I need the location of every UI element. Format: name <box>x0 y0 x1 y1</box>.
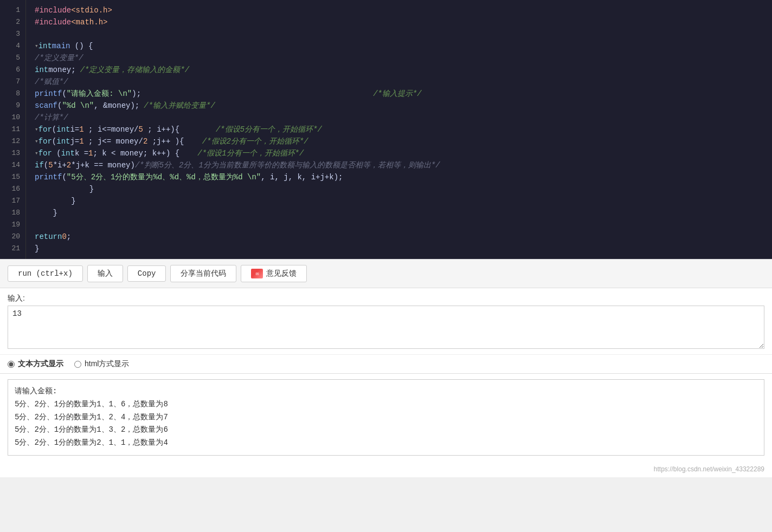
copy-button[interactable]: Copy <box>127 265 166 282</box>
radio-html-input[interactable] <box>74 361 81 368</box>
footer-url: https://blog.csdn.net/weixin_43322289 <box>654 465 764 473</box>
output-line: 5分、2分、1分的数量为1、2、4，总数量为7 <box>15 411 757 424</box>
code-line: /*计算*/ <box>35 112 763 124</box>
radio-text-option[interactable]: 文本方式显示 <box>8 359 63 369</box>
feedback-label: 意见反馈 <box>266 269 297 278</box>
input-button[interactable]: 输入 <box>87 265 123 282</box>
output-line: 5分、2分、1分的数量为1、3、2，总数量为6 <box>15 424 757 437</box>
code-line: int money; /*定义变量，存储输入的金额*/ <box>35 64 763 76</box>
radio-text-input[interactable] <box>8 361 15 368</box>
footer: https://blog.csdn.net/weixin_43322289 <box>0 461 772 477</box>
line-numbers: 123456789101112131415161718192021 <box>0 0 26 259</box>
code-line: ▾ for (int k = 1; k < money; k++) { /*假设… <box>35 147 763 159</box>
input-label: 输入: <box>8 294 764 303</box>
output-line: 5分、2分、1分的数量为1、1、6，总数量为8 <box>15 398 757 411</box>
output-box: 请输入金额:5分、2分、1分的数量为1、1、6，总数量为85分、2分、1分的数量… <box>8 379 764 456</box>
input-textarea[interactable] <box>8 306 764 349</box>
code-line: } <box>35 207 763 219</box>
input-section: 输入: <box>0 288 772 354</box>
mail-icon: ✉ <box>251 269 263 278</box>
code-line: if(5*i+2*j+k == money)/*判断5分、2分、1分为当前数量所… <box>35 159 763 171</box>
toolbar: run (ctrl+x) 输入 Copy 分享当前代码 ✉ 意见反馈 <box>0 259 772 288</box>
output-line: 5分、2分、1分的数量为2、1、1，总数量为4 <box>15 437 757 450</box>
code-line: } <box>35 243 763 255</box>
share-button[interactable]: 分享当前代码 <box>170 265 236 282</box>
radio-html-label: html方式显示 <box>85 359 129 369</box>
feedback-button[interactable]: ✉ 意见反馈 <box>241 265 307 282</box>
code-line: printf("5分、2分、1分的数量为%d、%d、%d，总数量为%d \n",… <box>35 171 763 183</box>
code-line: printf("请输入金额: \n"); /*输入提示*/ <box>35 88 763 100</box>
code-line: } <box>35 195 763 207</box>
radio-text-label: 文本方式显示 <box>18 359 63 368</box>
code-line: /*定义变量*/ <box>35 52 763 64</box>
radio-html-option[interactable]: html方式显示 <box>74 359 129 369</box>
output-section: 请输入金额:5分、2分、1分的数量为1、1、6，总数量为85分、2分、1分的数量… <box>0 373 772 461</box>
code-line: #include <math.h> <box>35 16 763 28</box>
code-line <box>35 28 763 40</box>
code-line: } <box>35 183 763 195</box>
code-line: /*赋值*/ <box>35 76 763 88</box>
code-line: ▾ for(int i=1 ; i<=money/5 ; i++){ /*假设5… <box>35 124 763 135</box>
code-line: #include <stdio.h> <box>35 4 763 16</box>
code-line: return 0; <box>35 231 763 243</box>
code-line: ▾ for(int j=1 ; j<= money/2 ;j++ ){ /*假设… <box>35 135 763 147</box>
run-button[interactable]: run (ctrl+x) <box>8 265 83 282</box>
code-content[interactable]: #include <stdio.h>#include <math.h> ▾ in… <box>26 0 772 259</box>
radio-section: 文本方式显示 html方式显示 <box>0 354 772 373</box>
code-line: scanf("%d \n", &money); /*输入并赋给变量*/ <box>35 100 763 112</box>
code-line: ▾ int main () { <box>35 40 763 52</box>
code-editor: 123456789101112131415161718192021 #inclu… <box>0 0 772 259</box>
code-line <box>35 219 763 231</box>
output-line: 请输入金额: <box>15 385 757 398</box>
